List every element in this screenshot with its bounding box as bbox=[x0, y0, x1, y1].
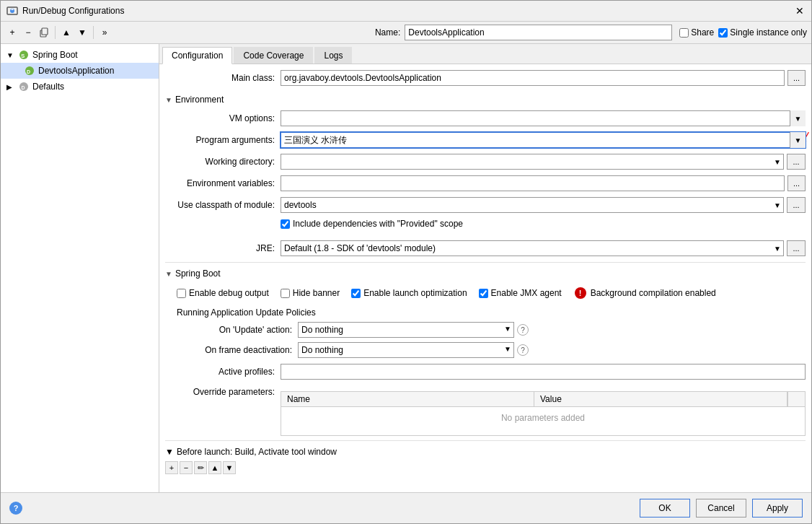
single-instance-checkbox[interactable] bbox=[718, 28, 728, 38]
on-update-select[interactable]: Do nothing Update classes and resources … bbox=[298, 322, 514, 338]
env-vars-browse-button[interactable]: ... bbox=[787, 175, 806, 191]
main-class-row: Main class: ... bbox=[165, 70, 806, 87]
program-arguments-input[interactable] bbox=[281, 132, 806, 148]
share-label: Share bbox=[691, 27, 714, 38]
share-checkbox[interactable] bbox=[679, 28, 689, 38]
include-dependencies-checkbox-label[interactable]: Include dependencies with "Provided" sco… bbox=[281, 219, 463, 229]
working-directory-row: Working directory: ▼ ... bbox=[165, 154, 806, 171]
active-profiles-control bbox=[281, 364, 806, 380]
config-panel: Configuration Code Coverage Logs Main cl… bbox=[159, 44, 811, 492]
before-launch-remove-button[interactable]: − bbox=[180, 461, 193, 474]
on-update-label: On 'Update' action: bbox=[177, 325, 292, 335]
jre-label: JRE: bbox=[165, 240, 281, 253]
sidebar-item-spring-boot[interactable]: ▼ S Spring Boot bbox=[1, 47, 159, 63]
before-launch-edit-button[interactable]: ✏ bbox=[194, 461, 207, 474]
enable-jmx-label[interactable]: Enable JMX agent bbox=[479, 288, 562, 298]
environment-section-header[interactable]: ▼ Environment bbox=[165, 92, 806, 108]
tab-code-coverage[interactable]: Code Coverage bbox=[234, 47, 313, 64]
cancel-button[interactable]: Cancel bbox=[696, 499, 746, 518]
title-bar: Run/Debug Configurations ✕ bbox=[1, 1, 811, 22]
config-body: Main class: ... ▼ Environment VM options… bbox=[159, 64, 811, 492]
program-arguments-control: ▼ bbox=[281, 132, 806, 148]
on-frame-help-icon[interactable]: ? bbox=[517, 344, 529, 356]
enable-jmx-checkbox[interactable] bbox=[479, 289, 488, 298]
sidebar-item-defaults[interactable]: ▶ D Defaults bbox=[1, 79, 159, 95]
toolbar-separator-2 bbox=[93, 26, 94, 39]
config-name-input[interactable] bbox=[405, 25, 672, 40]
vm-options-input[interactable] bbox=[281, 110, 806, 126]
tabs: Configuration Code Coverage Logs bbox=[159, 44, 811, 64]
working-directory-browse-button[interactable]: ... bbox=[787, 154, 806, 170]
run-debug-configurations-window: Run/Debug Configurations ✕ + − ▲ ▼ » Nam… bbox=[0, 0, 812, 524]
before-launch-title[interactable]: ▼ Before launch: Build, Activate tool wi… bbox=[165, 447, 806, 457]
share-checkbox-label[interactable]: Share bbox=[679, 27, 714, 38]
table-col-name: Name bbox=[281, 392, 534, 406]
on-update-help-icon[interactable]: ? bbox=[517, 324, 529, 336]
enable-debug-checkbox[interactable] bbox=[177, 289, 186, 298]
working-directory-input[interactable] bbox=[281, 154, 784, 170]
active-profiles-row: Active profiles: bbox=[165, 364, 806, 381]
on-frame-row: On frame deactivation: Do nothing Update… bbox=[177, 342, 806, 358]
override-parameters-label: Override parameters: bbox=[165, 385, 281, 397]
spring-boot-section-header[interactable]: ▼ Spring Boot bbox=[165, 262, 806, 281]
apply-button[interactable]: Apply bbox=[752, 499, 803, 518]
enable-launch-label[interactable]: Enable launch optimization bbox=[351, 288, 467, 298]
before-launch-up-button[interactable]: ▲ bbox=[208, 461, 221, 474]
expand-icon[interactable]: ▼ bbox=[6, 51, 15, 59]
classpath-module-select[interactable]: devtools bbox=[281, 197, 784, 213]
table-col-value: Value bbox=[534, 392, 787, 406]
devtools-icon: D bbox=[24, 65, 35, 77]
enable-launch-text: Enable launch optimization bbox=[363, 288, 467, 298]
move-down-button[interactable]: ▼ bbox=[75, 25, 89, 40]
jre-row: JRE: Default (1.8 - SDK of 'devtools' mo… bbox=[165, 240, 806, 258]
tab-logs[interactable]: Logs bbox=[314, 47, 352, 64]
more-button[interactable]: » bbox=[97, 25, 112, 40]
hide-banner-label[interactable]: Hide banner bbox=[281, 288, 340, 298]
environment-arrow-icon: ▼ bbox=[165, 96, 172, 104]
include-dependencies-checkbox[interactable] bbox=[281, 219, 290, 229]
include-dependencies-row: Include dependencies with "Provided" sco… bbox=[281, 219, 806, 236]
sidebar-item-devtools[interactable]: D DevtoolsApplication bbox=[1, 63, 159, 79]
before-launch-section: ▼ Before launch: Build, Activate tool wi… bbox=[165, 440, 806, 477]
vm-options-expand-button[interactable]: ▼ bbox=[790, 110, 806, 126]
info-icon[interactable]: ! bbox=[575, 287, 586, 299]
working-directory-control: ▼ ... bbox=[281, 154, 806, 170]
main-class-input[interactable] bbox=[281, 70, 785, 86]
window-icon bbox=[6, 5, 18, 17]
main-class-browse-button[interactable]: ... bbox=[787, 70, 806, 86]
tab-configuration[interactable]: Configuration bbox=[162, 47, 232, 64]
hide-banner-checkbox[interactable] bbox=[281, 289, 290, 298]
before-launch-arrow: ▼ bbox=[165, 447, 174, 457]
before-launch-down-button[interactable]: ▼ bbox=[223, 461, 236, 474]
footer: ? OK Cancel Apply bbox=[1, 492, 811, 523]
active-profiles-label: Active profiles: bbox=[165, 364, 281, 377]
ok-button[interactable]: OK bbox=[640, 499, 690, 518]
table-col-extra bbox=[787, 392, 805, 406]
program-arguments-row: Program arguments: ▼ bbox=[165, 132, 806, 149]
table-header: Name Value bbox=[281, 391, 806, 407]
close-button[interactable]: ✕ bbox=[794, 5, 806, 17]
active-profiles-input[interactable] bbox=[281, 364, 806, 380]
before-launch-add-button[interactable]: + bbox=[165, 461, 178, 474]
on-frame-select[interactable]: Do nothing Update classes and resources … bbox=[298, 342, 514, 358]
defaults-expand-icon[interactable]: ▶ bbox=[6, 83, 15, 91]
program-args-expand-button[interactable]: ▼ bbox=[790, 132, 806, 148]
main-class-control: ... bbox=[281, 70, 806, 86]
running-policies: Running Application Update Policies On '… bbox=[177, 307, 806, 358]
remove-config-button[interactable]: − bbox=[21, 25, 35, 40]
enable-launch-checkbox[interactable] bbox=[351, 289, 361, 298]
move-up-button[interactable]: ▲ bbox=[59, 25, 74, 40]
svg-rect-4 bbox=[42, 28, 48, 35]
jre-select[interactable]: Default (1.8 - SDK of 'devtools' module) bbox=[281, 240, 784, 256]
classpath-browse-button[interactable]: ... bbox=[787, 197, 806, 213]
env-vars-label: Environment variables: bbox=[165, 175, 281, 188]
enable-debug-label[interactable]: Enable debug output bbox=[177, 288, 269, 298]
copy-config-button[interactable] bbox=[37, 25, 51, 40]
working-directory-select-wrapper: ▼ bbox=[281, 154, 784, 170]
add-config-button[interactable]: + bbox=[5, 25, 19, 40]
single-instance-text: Single instance only bbox=[730, 27, 807, 38]
single-instance-label[interactable]: Single instance only bbox=[718, 27, 807, 38]
help-button[interactable]: ? bbox=[9, 502, 22, 515]
env-vars-input[interactable] bbox=[281, 175, 785, 191]
jre-browse-button[interactable]: ... bbox=[787, 240, 806, 256]
